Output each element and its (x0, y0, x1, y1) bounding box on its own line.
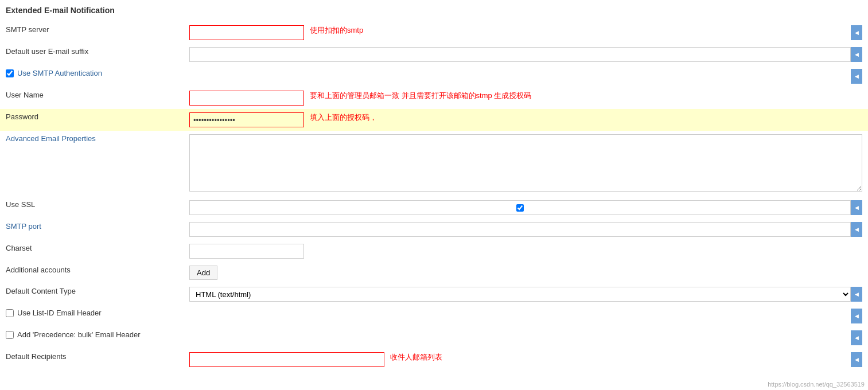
username-input-wrapper: 839539179@qq.com (189, 91, 304, 106)
additional-accounts-row: Additional accounts Add (0, 262, 868, 283)
use-ssl-value-cell: ◀ (184, 197, 868, 219)
content-type-side-btn[interactable]: ◀ (851, 287, 862, 302)
add-precedence-value-cell: ◀ (184, 327, 868, 349)
username-row: User Name 839539179@qq.com 要和上面的管理员邮箱一致 … (0, 87, 868, 109)
smtp-auth-label[interactable]: Use SMTP Authentication (6, 69, 178, 77)
default-recipients-row: Default Recipients 839539179@qq.com,2311… (0, 349, 868, 370)
smtp-server-label: SMTP server (0, 22, 184, 44)
password-wrapper: 填入上面的授权码， (189, 112, 862, 127)
smtp-auth-checkbox[interactable] (6, 69, 14, 77)
default-content-type-value-cell: HTML (text/html) Plain text ◀ (184, 283, 868, 305)
use-list-id-value-cell: ◀ (184, 305, 868, 327)
use-ssl-row: Use SSL ◀ (0, 197, 868, 219)
add-precedence-side-btn[interactable]: ◀ (851, 330, 862, 345)
smtp-port-input[interactable]: 465 (189, 222, 851, 237)
use-list-id-text: Use List-ID Email Header (17, 309, 102, 317)
smtp-auth-row: Use SMTP Authentication ◀ (0, 65, 868, 87)
use-list-id-side-btn[interactable]: ◀ (851, 309, 862, 323)
smtp-port-value-cell: 465 ◀ (184, 219, 868, 240)
smtp-auth-text: Use SMTP Authentication (17, 69, 102, 77)
default-recipients-input-wrapper: 839539179@qq.com,2311432895@qq.com (189, 352, 384, 367)
smtp-auth-side-btn[interactable]: ◀ (851, 69, 862, 84)
charset-input[interactable]: UTF-8 (189, 244, 304, 259)
default-content-type-select[interactable]: HTML (text/html) Plain text (189, 287, 851, 302)
username-wrapper: 839539179@qq.com 要和上面的管理员邮箱一致 并且需要打开该邮箱的… (189, 91, 862, 106)
smtp-server-annotation: 使用扣扣的smtp (310, 25, 363, 40)
additional-accounts-label: Additional accounts (0, 262, 184, 283)
email-suffix-side-btn[interactable]: ◀ (851, 47, 862, 62)
use-ssl-side-btn[interactable]: ◀ (851, 200, 862, 215)
default-recipients-wrapper: 839539179@qq.com,2311432895@qq.com 收件人邮箱… (189, 352, 862, 367)
page-title: Extended E-mail Notification (0, 6, 868, 15)
use-list-id-label-cell: Use List-ID Email Header (0, 305, 184, 327)
charset-value-cell: UTF-8 (184, 240, 868, 262)
default-recipients-label: Default Recipients (0, 349, 184, 370)
settings-form: SMTP server smtp.qq.com 使用扣扣的smtp ◀ (0, 22, 868, 370)
charset-label: Charset (0, 240, 184, 262)
add-precedence-label-cell: Add 'Precedence: bulk' Email Header (0, 327, 184, 349)
advanced-email-textarea[interactable] (189, 134, 862, 192)
email-suffix-wrapper: @qq.com ◀ (189, 47, 862, 62)
advanced-email-row: Advanced Email Properties (0, 131, 868, 197)
default-content-type-label: Default Content Type (0, 283, 184, 305)
smtp-server-value-cell: smtp.qq.com 使用扣扣的smtp ◀ (184, 22, 868, 44)
page-container: Extended E-mail Notification SMTP server… (0, 6, 868, 370)
add-precedence-text: Add 'Precedence: bulk' Email Header (17, 330, 141, 339)
use-list-id-row: Use List-ID Email Header ◀ (0, 305, 868, 327)
advanced-email-label: Advanced Email Properties (0, 131, 184, 197)
smtp-server-wrapper: smtp.qq.com 使用扣扣的smtp ◀ (189, 25, 862, 40)
use-ssl-label: Use SSL (0, 197, 184, 219)
smtp-port-side-btn[interactable]: ◀ (851, 222, 862, 237)
password-input-wrapper (189, 112, 304, 127)
use-ssl-checkbox[interactable] (193, 204, 847, 212)
default-recipients-value-cell: 839539179@qq.com,2311432895@qq.com 收件人邮箱… (184, 349, 868, 370)
username-label: User Name (0, 87, 184, 109)
password-label: Password (0, 109, 184, 131)
password-value-cell: 填入上面的授权码， (184, 109, 868, 131)
email-suffix-input[interactable]: @qq.com (189, 47, 851, 62)
charset-row: Charset UTF-8 (0, 240, 868, 262)
use-ssl-wrapper: ◀ (189, 200, 862, 215)
advanced-email-value-cell (184, 131, 868, 197)
smtp-port-wrapper: 465 ◀ (189, 222, 862, 237)
smtp-server-input[interactable]: smtp.qq.com (190, 26, 303, 40)
use-list-id-checkbox[interactable] (6, 309, 14, 317)
smtp-auth-label-cell: Use SMTP Authentication (0, 65, 184, 87)
add-precedence-label[interactable]: Add 'Precedence: bulk' Email Header (6, 330, 178, 339)
add-button[interactable]: Add (189, 266, 217, 280)
smtp-port-label: SMTP port (0, 219, 184, 240)
default-content-type-wrapper: HTML (text/html) Plain text ◀ (189, 287, 862, 302)
password-input[interactable] (190, 113, 303, 127)
use-ssl-checkbox-wrapper (189, 200, 851, 215)
username-annotation: 要和上面的管理员邮箱一致 并且需要打开该邮箱的stmp 生成授权码 (310, 91, 531, 106)
add-precedence-checkbox[interactable] (6, 331, 14, 339)
smtp-port-row: SMTP port 465 ◀ (0, 219, 868, 240)
use-list-id-label[interactable]: Use List-ID Email Header (6, 309, 178, 317)
default-recipients-input[interactable]: 839539179@qq.com,2311432895@qq.com (190, 353, 384, 366)
smtp-server-side-btn[interactable]: ◀ (851, 25, 862, 40)
smtp-server-row: SMTP server smtp.qq.com 使用扣扣的smtp ◀ (0, 22, 868, 44)
default-recipients-annotation: 收件人邮箱列表 (390, 352, 442, 367)
default-content-type-row: Default Content Type HTML (text/html) Pl… (0, 283, 868, 305)
email-suffix-label: Default user E-mail suffix (0, 44, 184, 65)
smtp-auth-value-cell: ◀ (184, 65, 868, 87)
username-value-cell: 839539179@qq.com 要和上面的管理员邮箱一致 并且需要打开该邮箱的… (184, 87, 868, 109)
additional-accounts-value-cell: Add (184, 262, 868, 283)
add-precedence-row: Add 'Precedence: bulk' Email Header ◀ (0, 327, 868, 349)
default-recipients-side-btn[interactable]: ◀ (851, 352, 862, 367)
email-suffix-value-cell: @qq.com ◀ (184, 44, 868, 65)
password-row: Password 填入上面的授权码， (0, 109, 868, 131)
smtp-server-input-wrapper: smtp.qq.com (189, 25, 304, 40)
password-annotation: 填入上面的授权码， (310, 112, 377, 127)
email-suffix-row: Default user E-mail suffix @qq.com ◀ (0, 44, 868, 65)
username-input[interactable]: 839539179@qq.com (190, 91, 303, 105)
